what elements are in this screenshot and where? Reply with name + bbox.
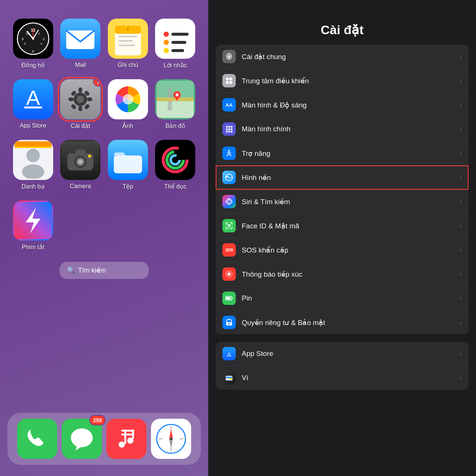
- sos-icon: SOS: [222, 243, 236, 257]
- svg-rect-59: [15, 147, 52, 148]
- battery-icon: [222, 292, 236, 305]
- app-item-camera[interactable]: Camera: [59, 140, 103, 190]
- wallet-icon: [222, 371, 236, 385]
- svg-rect-19: [119, 40, 133, 42]
- battery-label: Pin: [242, 294, 457, 302]
- search-icon: 🔍: [67, 266, 75, 274]
- dock: 258: [7, 413, 201, 465]
- svg-rect-20: [119, 45, 135, 46]
- svg-rect-123: [230, 378, 232, 380]
- app-item-files[interactable]: Tệp: [106, 140, 150, 190]
- home-screen-chevron: ›: [460, 125, 462, 133]
- search-bar[interactable]: 🔍 Tìm kiếm: [60, 262, 149, 279]
- settings-section-2: A App Store › Ví ›: [216, 342, 469, 390]
- accessibility-label: Trợ năng: [242, 149, 457, 158]
- display-label: Màn hình & Độ sáng: [242, 101, 457, 109]
- dock-phone[interactable]: [17, 419, 57, 459]
- wallpaper-icon: [222, 171, 236, 184]
- faceid-chevron: ›: [460, 222, 462, 230]
- svg-rect-28: [171, 41, 186, 44]
- svg-rect-101: [231, 128, 233, 130]
- svg-point-67: [88, 155, 91, 158]
- svg-rect-78: [124, 430, 126, 444]
- app-item-clock[interactable]: 12 6 9 3 10 2 8 4 Đồng hồ: [11, 19, 55, 69]
- app-item-fitness[interactable]: Thể dục: [154, 140, 197, 190]
- display-icon: AA: [222, 98, 236, 112]
- control-center-icon: [222, 74, 236, 87]
- app-item-shortcuts[interactable]: Phím tắt: [11, 200, 55, 251]
- svg-point-111: [230, 225, 231, 225]
- dock-safari[interactable]: [151, 419, 191, 459]
- svg-point-105: [228, 150, 230, 152]
- svg-rect-49: [157, 101, 194, 118]
- settings-row-appstore[interactable]: A App Store ›: [216, 342, 469, 366]
- svg-point-27: [164, 40, 169, 45]
- settings-row-wallpaper[interactable]: Hình nền ›: [216, 165, 469, 190]
- svg-text:2: 2: [38, 32, 39, 35]
- appstore-settings-icon: A: [222, 347, 236, 360]
- exposure-chevron: ›: [460, 270, 462, 278]
- settings-row-privacy[interactable]: Quyền riêng tư & Bảo mật ›: [216, 311, 469, 334]
- app-item-maps[interactable]: Bản đồ: [154, 79, 197, 129]
- svg-rect-58: [15, 141, 52, 147]
- svg-rect-92: [226, 78, 229, 80]
- exposure-icon: [222, 267, 236, 281]
- general-icon: [222, 50, 236, 63]
- svg-text:4: 4: [41, 42, 42, 45]
- settings-section-1: Cài đặt chung › Trung tâm điều khiển › A…: [216, 45, 469, 334]
- svg-point-80: [119, 441, 125, 448]
- app-item-photos[interactable]: Ảnh: [106, 79, 150, 129]
- control-center-chevron: ›: [460, 77, 462, 85]
- settings-row-siri[interactable]: Siri & Tìm kiếm ›: [216, 190, 469, 214]
- svg-point-46: [123, 94, 133, 104]
- privacy-chevron: ›: [460, 319, 462, 327]
- svg-rect-100: [228, 128, 230, 130]
- svg-rect-97: [228, 126, 230, 128]
- settings-row-battery[interactable]: Pin ›: [216, 286, 469, 311]
- settings-row-faceid[interactable]: Face ID & Mật mã ›: [216, 214, 469, 238]
- svg-point-66: [79, 160, 82, 163]
- app-item-mail[interactable]: Mail: [59, 19, 103, 69]
- settings-row-display[interactable]: AA Màn hình & Độ sáng ›: [216, 93, 469, 117]
- sos-chevron: ›: [460, 246, 462, 254]
- svg-rect-37: [78, 87, 82, 93]
- svg-text:9: 9: [22, 37, 23, 41]
- settings-title: Cài đặt: [208, 0, 476, 45]
- svg-rect-62: [75, 149, 86, 155]
- app-item-reminders[interactable]: Lời nhắc: [154, 19, 197, 69]
- search-label: Tìm kiếm: [78, 266, 106, 274]
- app-label-notes: Ghi chú: [118, 62, 138, 68]
- general-label: Cài đặt chung: [242, 52, 457, 61]
- app-item-notes[interactable]: Ghi chú: [106, 19, 150, 69]
- svg-rect-102: [226, 131, 228, 133]
- svg-point-113: [227, 272, 231, 276]
- svg-rect-103: [228, 131, 230, 133]
- app-label-camera: Camera: [70, 183, 91, 190]
- dock-messages[interactable]: 258: [62, 419, 102, 459]
- settings-row-accessibility[interactable]: Trợ năng ›: [216, 141, 469, 165]
- faceid-icon: [222, 219, 236, 232]
- settings-row-control-center[interactable]: Trung tâm điều khiển ›: [216, 69, 469, 93]
- svg-rect-39: [68, 97, 74, 101]
- svg-point-118: [228, 323, 230, 325]
- svg-point-54: [176, 93, 178, 96]
- dock-music[interactable]: [106, 419, 147, 459]
- settings-row-general[interactable]: Cài đặt chung ›: [216, 45, 469, 69]
- settings-row-exposure[interactable]: Thông báo tiếp xúc ›: [216, 262, 469, 286]
- svg-point-29: [164, 48, 169, 53]
- app-item-appstore[interactable]: A App Store: [11, 79, 55, 129]
- app-label-reminders: Lời nhắc: [164, 62, 187, 69]
- settings-row-home-screen[interactable]: Màn hình chính ›: [216, 117, 469, 141]
- app-label-appstore: App Store: [20, 122, 46, 129]
- settings-row-sos[interactable]: SOS SOS khẩn cấp ›: [216, 238, 469, 262]
- app-item-settings[interactable]: 1 Cài đặt: [59, 79, 103, 129]
- svg-point-56: [26, 149, 40, 162]
- svg-rect-122: [226, 377, 232, 378]
- app-item-contacts[interactable]: Danh bạ: [11, 140, 55, 190]
- settings-row-wallet[interactable]: Ví ›: [216, 366, 469, 390]
- app-label-mail: Mail: [75, 62, 86, 68]
- wallpaper-chevron: ›: [460, 174, 462, 181]
- svg-rect-79: [132, 430, 134, 439]
- svg-point-106: [227, 176, 229, 177]
- svg-point-91: [228, 55, 230, 58]
